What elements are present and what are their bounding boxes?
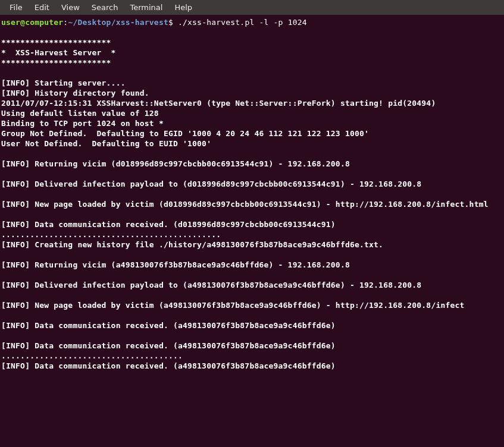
output-line (1, 310, 503, 320)
output-line: Using default listen value of 128 (1, 108, 503, 118)
output-line: * XSS-Harvest Server * (1, 48, 503, 58)
output-line: [INFO] Creating new history file ./histo… (1, 240, 503, 250)
menu-search[interactable]: Search (86, 1, 124, 14)
output-line: Group Not Defined. Defaulting to EGID '1… (1, 128, 503, 138)
output-line: [INFO] Delivered infection payload to (a… (1, 280, 503, 290)
menu-terminal[interactable]: Terminal (124, 1, 168, 14)
output-line (1, 68, 503, 78)
output-line (1, 169, 503, 179)
output-line (1, 270, 503, 280)
prompt-command: ./xss-harvest.pl -l -p 1024 (178, 18, 307, 27)
menubar: File Edit View Search Terminal Help (0, 0, 504, 15)
terminal-prompt-line: user@computer:~/Desktop/xss-harvest$ ./x… (1, 17, 503, 27)
output-line: [INFO] New page loaded by victim (a49813… (1, 300, 503, 310)
terminal-body[interactable]: user@computer:~/Desktop/xss-harvest$ ./x… (0, 15, 504, 373)
output-line: [INFO] Returning vicim (d018996d89c997cb… (1, 159, 503, 169)
output-line (1, 250, 503, 260)
output-line (1, 27, 503, 37)
output-line: ...................................... (1, 351, 503, 361)
output-line: [INFO] History directory found. (1, 88, 503, 98)
output-line: [INFO] Data communication received. (a49… (1, 361, 503, 371)
output-line (1, 290, 503, 300)
output-line: [INFO] Delivered infection payload to (d… (1, 179, 503, 189)
output-line (1, 209, 503, 219)
output-line: *********************** (1, 37, 503, 48)
output-line: [INFO] Returning vicim (a498130076f3b87b… (1, 260, 503, 270)
menu-edit[interactable]: Edit (29, 1, 55, 14)
output-line: ........................................… (1, 229, 503, 240)
output-line (1, 189, 503, 199)
output-line (1, 149, 503, 159)
output-line: [INFO] Data communication received. (d01… (1, 219, 503, 229)
output-line: User Not Defined. Defaulting to EUID '10… (1, 138, 503, 149)
output-line (1, 330, 503, 341)
menu-view[interactable]: View (55, 1, 86, 14)
output-line: Binding to TCP port 1024 on host * (1, 118, 503, 128)
output-line: [INFO] Starting server.... (1, 78, 503, 88)
menu-file[interactable]: File (4, 1, 29, 14)
output-line: [INFO] Data communication received. (a49… (1, 320, 503, 330)
menu-help[interactable]: Help (168, 1, 198, 14)
output-line: *********************** (1, 58, 503, 68)
terminal-output: ************************ XSS-Harvest Ser… (1, 27, 503, 371)
output-line: [INFO] New page loaded by victim (d01899… (1, 199, 503, 209)
output-line: 2011/07/07-12:15:31 XSSHarvest::NetServe… (1, 98, 503, 108)
prompt-user-host: user@computer (1, 18, 63, 27)
prompt-path: ~/Desktop/xss-harvest (68, 18, 168, 27)
output-line: [INFO] Data communication received. (a49… (1, 341, 503, 351)
